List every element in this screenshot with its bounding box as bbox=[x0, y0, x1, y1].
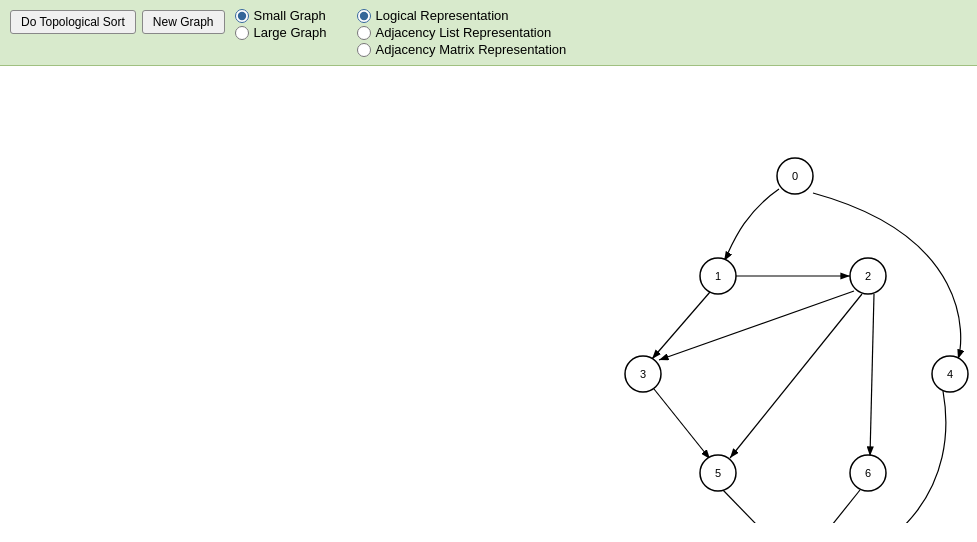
node-1: 1 bbox=[700, 258, 736, 294]
edge-6-7 bbox=[808, 490, 860, 523]
options-group: Small Graph Logical Representation Large… bbox=[235, 8, 567, 57]
edge-1-3 bbox=[652, 292, 710, 359]
node-5-label: 5 bbox=[715, 467, 721, 479]
node-0: 0 bbox=[777, 158, 813, 194]
small-graph-option[interactable]: Small Graph bbox=[235, 8, 327, 23]
node-2-label: 2 bbox=[865, 270, 871, 282]
logical-rep-label: Logical Representation bbox=[376, 8, 509, 23]
node-1-label: 1 bbox=[715, 270, 721, 282]
edge-5-7 bbox=[722, 489, 786, 523]
edge-2-6 bbox=[870, 294, 874, 456]
adjacency-matrix-option[interactable]: Adjacency Matrix Representation bbox=[357, 42, 567, 57]
new-graph-button[interactable]: New Graph bbox=[142, 10, 225, 34]
adjacency-list-option[interactable]: Adjacency List Representation bbox=[357, 25, 567, 40]
logical-rep-option[interactable]: Logical Representation bbox=[357, 8, 567, 23]
edge-2-5 bbox=[730, 294, 862, 458]
node-2: 2 bbox=[850, 258, 886, 294]
toolbar-buttons: Do Topological Sort New Graph bbox=[10, 8, 225, 34]
node-4-label: 4 bbox=[947, 368, 953, 380]
topo-sort-button[interactable]: Do Topological Sort bbox=[10, 10, 136, 34]
node-3-label: 3 bbox=[640, 368, 646, 380]
adjacency-matrix-label: Adjacency Matrix Representation bbox=[376, 42, 567, 57]
graph-area: 0 1 2 3 4 5 6 bbox=[0, 66, 977, 523]
graph-svg: 0 1 2 3 4 5 6 bbox=[0, 66, 977, 523]
node-3: 3 bbox=[625, 356, 661, 392]
node-4: 4 bbox=[932, 356, 968, 392]
node-6-label: 6 bbox=[865, 467, 871, 479]
edge-4-7 bbox=[810, 391, 946, 523]
node-0-label: 0 bbox=[792, 170, 798, 182]
large-graph-option[interactable]: Large Graph bbox=[235, 25, 327, 40]
edge-0-1 bbox=[724, 189, 779, 261]
edge-2-3 bbox=[659, 291, 854, 360]
small-graph-label: Small Graph bbox=[254, 8, 326, 23]
adjacency-list-label: Adjacency List Representation bbox=[376, 25, 552, 40]
toolbar: Do Topological Sort New Graph Small Grap… bbox=[0, 0, 977, 66]
node-6: 6 bbox=[850, 455, 886, 491]
large-graph-label: Large Graph bbox=[254, 25, 327, 40]
node-5: 5 bbox=[700, 455, 736, 491]
edge-3-5 bbox=[654, 389, 710, 459]
